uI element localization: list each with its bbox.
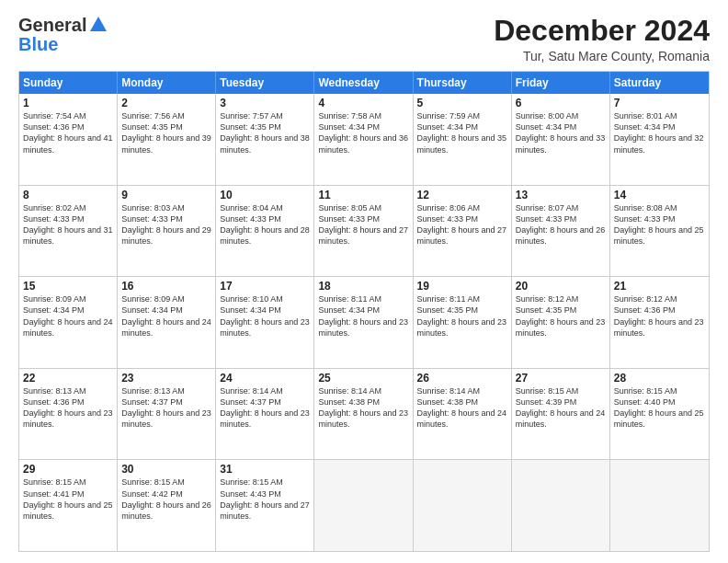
calendar-cell (610, 460, 709, 551)
header: General Blue December 2024 Tur, Satu Mar… (18, 15, 710, 63)
calendar-cell (314, 460, 413, 551)
day-info: Sunrise: 8:05 AMSunset: 4:33 PMDaylight:… (318, 202, 408, 247)
day-number: 26 (417, 372, 507, 385)
calendar: SundayMondayTuesdayWednesdayThursdayFrid… (18, 71, 710, 552)
day-number: 22 (23, 372, 113, 385)
day-info: Sunrise: 8:14 AMSunset: 4:38 PMDaylight:… (318, 385, 408, 431)
logo-general: General (18, 15, 86, 36)
weekday-header: Saturday (610, 72, 709, 94)
calendar-cell (414, 460, 512, 551)
day-number: 7 (614, 97, 705, 109)
calendar-cell: 22Sunrise: 8:13 AMSunset: 4:36 PMDayligh… (19, 369, 118, 460)
calendar-cell: 4Sunrise: 7:58 AMSunset: 4:34 PMDaylight… (314, 94, 413, 185)
weekday-header: Wednesday (314, 72, 413, 94)
day-info: Sunrise: 7:59 AMSunset: 4:34 PMDaylight:… (417, 110, 507, 155)
calendar-cell (512, 460, 610, 551)
title-block: December 2024 Tur, Satu Mare County, Rom… (494, 15, 710, 63)
calendar-cell: 17Sunrise: 8:10 AMSunset: 4:34 PMDayligh… (216, 277, 314, 368)
day-info: Sunrise: 8:08 AMSunset: 4:33 PMDaylight:… (614, 202, 705, 247)
day-info: Sunrise: 8:14 AMSunset: 4:37 PMDaylight:… (220, 385, 310, 431)
day-info: Sunrise: 8:09 AMSunset: 4:34 PMDaylight:… (23, 293, 113, 339)
calendar-cell: 29Sunrise: 8:15 AMSunset: 4:41 PMDayligh… (19, 460, 118, 551)
calendar-cell: 3Sunrise: 7:57 AMSunset: 4:35 PMDaylight… (216, 94, 314, 185)
day-number: 12 (417, 189, 507, 201)
day-number: 8 (23, 189, 113, 201)
subtitle: Tur, Satu Mare County, Romania (494, 49, 710, 63)
calendar-cell: 21Sunrise: 8:12 AMSunset: 4:36 PMDayligh… (610, 277, 709, 368)
day-info: Sunrise: 8:12 AMSunset: 4:36 PMDaylight:… (614, 293, 705, 339)
day-number: 11 (318, 189, 408, 201)
calendar-row: 8Sunrise: 8:02 AMSunset: 4:33 PMDaylight… (19, 185, 709, 277)
calendar-cell: 27Sunrise: 8:15 AMSunset: 4:39 PMDayligh… (512, 369, 610, 460)
day-number: 14 (614, 189, 705, 201)
day-number: 15 (23, 280, 113, 293)
day-number: 31 (220, 463, 310, 476)
day-info: Sunrise: 8:15 AMSunset: 4:41 PMDaylight:… (23, 477, 113, 522)
day-info: Sunrise: 8:15 AMSunset: 4:40 PMDaylight:… (614, 385, 705, 431)
day-number: 3 (220, 97, 310, 109)
calendar-cell: 18Sunrise: 8:11 AMSunset: 4:34 PMDayligh… (314, 277, 413, 368)
calendar-cell: 25Sunrise: 8:14 AMSunset: 4:38 PMDayligh… (314, 369, 413, 460)
day-info: Sunrise: 8:13 AMSunset: 4:36 PMDaylight:… (23, 385, 113, 431)
day-number: 5 (417, 97, 507, 109)
calendar-row: 29Sunrise: 8:15 AMSunset: 4:41 PMDayligh… (19, 459, 709, 551)
logo: General Blue (18, 15, 108, 55)
day-number: 27 (516, 372, 606, 385)
logo-blue: Blue (18, 34, 58, 55)
day-info: Sunrise: 8:15 AMSunset: 4:43 PMDaylight:… (220, 477, 310, 522)
day-number: 1 (23, 97, 113, 109)
day-number: 28 (614, 372, 705, 385)
day-number: 24 (220, 372, 310, 385)
day-number: 16 (121, 280, 211, 293)
day-number: 19 (417, 280, 507, 293)
day-info: Sunrise: 8:04 AMSunset: 4:33 PMDaylight:… (220, 202, 310, 247)
day-number: 6 (516, 97, 606, 109)
day-number: 17 (220, 280, 310, 293)
calendar-cell: 26Sunrise: 8:14 AMSunset: 4:38 PMDayligh… (414, 369, 512, 460)
day-info: Sunrise: 8:09 AMSunset: 4:34 PMDaylight:… (121, 293, 211, 339)
day-number: 13 (516, 189, 606, 201)
day-number: 29 (23, 463, 113, 476)
calendar-cell: 14Sunrise: 8:08 AMSunset: 4:33 PMDayligh… (610, 186, 709, 277)
logo-icon (88, 15, 108, 35)
calendar-row: 22Sunrise: 8:13 AMSunset: 4:36 PMDayligh… (19, 368, 709, 460)
calendar-body: 1Sunrise: 7:54 AMSunset: 4:36 PMDaylight… (19, 94, 709, 551)
svg-marker-0 (90, 17, 107, 31)
day-info: Sunrise: 7:54 AMSunset: 4:36 PMDaylight:… (23, 110, 113, 155)
weekday-header: Tuesday (216, 72, 314, 94)
day-info: Sunrise: 7:56 AMSunset: 4:35 PMDaylight:… (121, 110, 211, 155)
day-info: Sunrise: 8:02 AMSunset: 4:33 PMDaylight:… (23, 202, 113, 247)
day-info: Sunrise: 8:10 AMSunset: 4:34 PMDaylight:… (220, 293, 310, 339)
page: General Blue December 2024 Tur, Satu Mar… (0, 0, 728, 563)
calendar-row: 15Sunrise: 8:09 AMSunset: 4:34 PMDayligh… (19, 276, 709, 368)
calendar-cell: 6Sunrise: 8:00 AMSunset: 4:34 PMDaylight… (512, 94, 610, 185)
day-info: Sunrise: 8:15 AMSunset: 4:39 PMDaylight:… (516, 385, 606, 431)
calendar-cell: 11Sunrise: 8:05 AMSunset: 4:33 PMDayligh… (314, 186, 413, 277)
day-info: Sunrise: 7:58 AMSunset: 4:34 PMDaylight:… (318, 110, 408, 155)
day-number: 9 (121, 189, 211, 201)
day-info: Sunrise: 8:06 AMSunset: 4:33 PMDaylight:… (417, 202, 507, 247)
day-number: 4 (318, 97, 408, 109)
calendar-cell: 8Sunrise: 8:02 AMSunset: 4:33 PMDaylight… (19, 186, 118, 277)
day-info: Sunrise: 8:00 AMSunset: 4:34 PMDaylight:… (516, 110, 606, 155)
calendar-cell: 1Sunrise: 7:54 AMSunset: 4:36 PMDaylight… (19, 94, 118, 185)
weekday-header: Monday (118, 72, 216, 94)
calendar-cell: 31Sunrise: 8:15 AMSunset: 4:43 PMDayligh… (216, 460, 314, 551)
day-number: 30 (121, 463, 211, 476)
calendar-cell: 13Sunrise: 8:07 AMSunset: 4:33 PMDayligh… (512, 186, 610, 277)
calendar-cell: 24Sunrise: 8:14 AMSunset: 4:37 PMDayligh… (216, 369, 314, 460)
day-info: Sunrise: 8:03 AMSunset: 4:33 PMDaylight:… (121, 202, 211, 247)
day-info: Sunrise: 8:12 AMSunset: 4:35 PMDaylight:… (516, 293, 606, 339)
calendar-cell: 7Sunrise: 8:01 AMSunset: 4:34 PMDaylight… (610, 94, 709, 185)
day-info: Sunrise: 8:01 AMSunset: 4:34 PMDaylight:… (614, 110, 705, 155)
calendar-cell: 20Sunrise: 8:12 AMSunset: 4:35 PMDayligh… (512, 277, 610, 368)
calendar-cell: 10Sunrise: 8:04 AMSunset: 4:33 PMDayligh… (216, 186, 314, 277)
calendar-cell: 16Sunrise: 8:09 AMSunset: 4:34 PMDayligh… (118, 277, 216, 368)
weekday-header: Friday (512, 72, 610, 94)
calendar-cell: 2Sunrise: 7:56 AMSunset: 4:35 PMDaylight… (118, 94, 216, 185)
day-info: Sunrise: 8:14 AMSunset: 4:38 PMDaylight:… (417, 385, 507, 431)
day-info: Sunrise: 8:11 AMSunset: 4:35 PMDaylight:… (417, 293, 507, 339)
day-number: 23 (121, 372, 211, 385)
day-info: Sunrise: 8:13 AMSunset: 4:37 PMDaylight:… (121, 385, 211, 431)
calendar-cell: 28Sunrise: 8:15 AMSunset: 4:40 PMDayligh… (610, 369, 709, 460)
